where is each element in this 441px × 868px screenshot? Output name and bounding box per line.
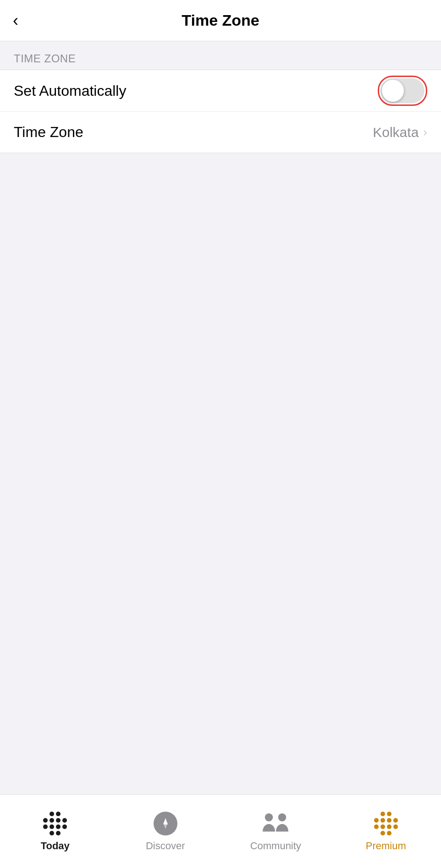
nav-item-today[interactable]: Today [0,795,110,868]
discover-icon [153,811,178,836]
nav-item-premium[interactable]: Premium [331,795,441,868]
time-zone-value: Kolkata [373,125,419,140]
compass-needle-south [163,823,168,829]
time-zone-label: Time Zone [14,124,83,141]
page-title: Time Zone [182,11,259,29]
bottom-nav: Today Discover Community [0,794,441,868]
section-label: TIME ZONE [0,41,441,70]
premium-label: Premium [366,840,406,852]
header: ‹ Time Zone [0,0,441,41]
set-automatically-row: Set Automatically [0,70,441,111]
back-button[interactable]: ‹ [13,12,18,29]
compass-circle [154,812,177,835]
set-automatically-label: Set Automatically [14,82,126,99]
nav-item-community[interactable]: Community [220,795,331,868]
svg-point-0 [265,813,273,821]
settings-group: Set Automatically Time Zone Kolkata › [0,70,441,153]
today-dots [43,812,67,835]
community-icon [263,811,288,836]
today-icon [42,811,68,836]
time-zone-row[interactable]: Time Zone Kolkata › [0,111,441,153]
premium-icon [373,811,399,836]
content-area [0,153,441,794]
compass-inner [160,818,171,829]
set-automatically-toggle-wrapper [378,76,427,106]
chevron-right-icon: › [423,125,427,139]
set-automatically-toggle[interactable] [380,78,424,103]
today-label: Today [41,840,70,852]
discover-label: Discover [146,840,185,852]
nav-item-discover[interactable]: Discover [110,795,221,868]
community-label: Community [250,840,301,852]
toggle-knob [382,80,404,102]
premium-dots [374,812,398,835]
svg-point-1 [278,813,286,821]
time-zone-value-group: Kolkata › [373,125,427,140]
community-icon-svg [263,812,288,835]
